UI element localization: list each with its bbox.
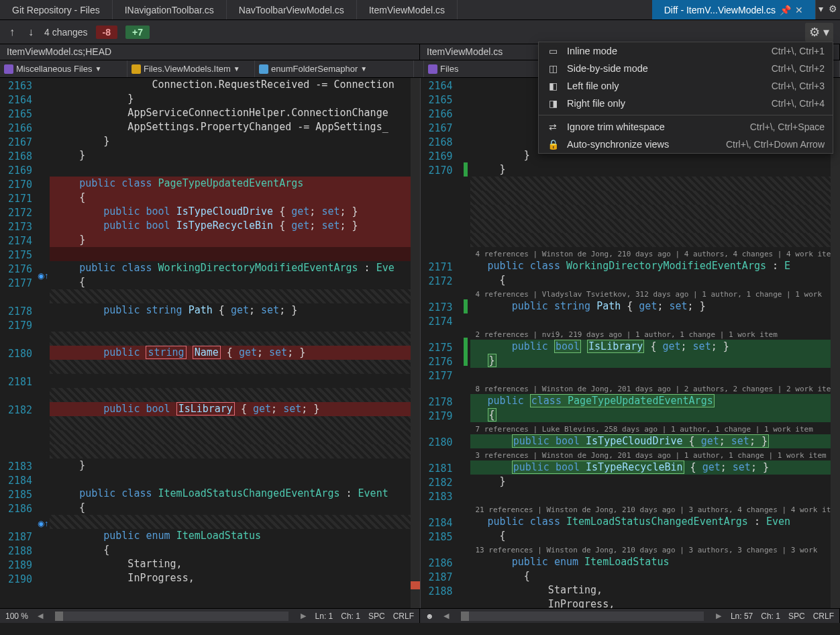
left-margin: ◉↑ ◉↑ <box>38 78 50 608</box>
deletions-badge: -8 <box>96 26 117 39</box>
menu-label: Ignore trim whitespace <box>567 121 742 132</box>
h-scrollbar[interactable] <box>55 612 288 621</box>
menu-shortcut: Ctrl+\, Ctrl+Space <box>750 121 825 132</box>
tab-git-repo[interactable]: Git Repository - Files <box>0 0 113 19</box>
scroll-left-icon[interactable]: ◀ <box>442 612 450 620</box>
tab-diff-label: Diff - ItemV...ViewModel.cs <box>664 5 776 15</box>
codelens[interactable]: 3 references | Winston de Jong, 201 days… <box>470 448 841 460</box>
csharp-icon <box>4 64 13 74</box>
tab-inavtoolbar[interactable]: INavigationToolbar.cs <box>113 0 227 19</box>
editor-tabs: Git Repository - Files INavigationToolba… <box>0 0 840 20</box>
right-minimap[interactable] <box>831 78 840 608</box>
left-pane-header: ItemViewModel.cs;HEAD <box>0 44 420 60</box>
menu-inline-mode[interactable]: ▭ Inline mode Ctrl+\, Ctrl+1 <box>539 42 833 60</box>
change-marker <box>464 299 468 313</box>
dd-label: enumFolderSemaphor <box>271 64 358 74</box>
tab-itemvm[interactable]: ItemViewModel.cs <box>357 0 458 19</box>
line-indicator[interactable]: Ln: 57 <box>731 612 753 621</box>
dd-label: Files <box>440 64 458 74</box>
dd-left-project[interactable]: Miscellaneous Files▼ <box>0 60 127 77</box>
diff-summary-bar: ↑ ↓ 4 changes -8 +7 ⚙ ▾ <box>0 20 840 44</box>
menu-label: Left file only <box>567 81 764 91</box>
sync-arrow-icon[interactable]: ◉↑ <box>38 271 48 281</box>
codelens[interactable]: 7 references | Luke Blevins, 258 days ag… <box>470 422 841 434</box>
close-icon[interactable]: ✕ <box>795 5 803 15</box>
csharp-icon <box>428 64 437 74</box>
scroll-right-icon[interactable]: ▶ <box>715 612 723 620</box>
codelens[interactable]: 13 references | Winston de Jong, 210 day… <box>470 543 841 555</box>
dd-label: Files.ViewModels.Item <box>144 64 231 74</box>
right-margin <box>458 78 470 608</box>
diff-view-menu: ▭ Inline mode Ctrl+\, Ctrl+1 ◫ Side-by-s… <box>538 42 833 154</box>
char-indicator[interactable]: Ch: 1 <box>341 612 360 621</box>
menu-rightonly[interactable]: ◨ Right file only Ctrl+\, Ctrl+4 <box>539 95 833 112</box>
left-gutter: 2163216421652166216721682169217021712172… <box>0 78 38 608</box>
menu-label: Right file only <box>567 98 764 109</box>
right-code[interactable]: } } 4 references | Winston de Jong, 210 … <box>470 78 841 608</box>
scroll-left-icon[interactable]: ◀ <box>36 612 44 620</box>
whitespace-icon: ⇄ <box>547 121 559 132</box>
pin-icon[interactable]: 📌 <box>780 5 791 15</box>
additions-badge: +7 <box>125 26 150 39</box>
line-indicator[interactable]: Ln: 1 <box>315 612 333 621</box>
codelens[interactable]: 4 references | Vladyslav Tsvietkov, 312 … <box>470 287 841 299</box>
menu-separator <box>539 115 833 115</box>
menu-leftonly[interactable]: ◧ Left file only Ctrl+\, Ctrl+3 <box>539 77 833 95</box>
indent-indicator[interactable]: SPC <box>368 612 385 621</box>
field-icon <box>259 64 268 74</box>
menu-label: Auto-synchronize views <box>567 139 718 150</box>
tab-diff-itemvm[interactable]: Diff - ItemV...ViewModel.cs 📌 ✕ <box>652 0 816 19</box>
left-pane-icon: ◧ <box>547 81 559 91</box>
chevron-down-icon: ▼ <box>233 65 240 72</box>
eol-indicator[interactable]: CRLF <box>393 612 414 621</box>
codelens[interactable]: 2 references | nvi9, 219 days ago | 1 au… <box>470 328 841 340</box>
menu-ignore-whitespace[interactable]: ⇄ Ignore trim whitespace Ctrl+\, Ctrl+Sp… <box>539 118 833 136</box>
indent-indicator[interactable]: SPC <box>788 612 805 621</box>
right-pane-icon: ◨ <box>547 98 559 109</box>
status-right: ☻ ◀ ▶ Ln: 57 Ch: 1 SPC CRLF <box>420 609 840 623</box>
codelens[interactable]: 8 references | Winston de Jong, 201 days… <box>470 382 841 394</box>
char-indicator[interactable]: Ch: 1 <box>761 612 780 621</box>
tab-navtoolbarvm[interactable]: NavToolbarViewModel.cs <box>227 0 357 19</box>
codelens[interactable]: 21 references | Winston de Jong, 210 day… <box>470 503 841 515</box>
prev-diff-button[interactable]: ↑ <box>7 25 17 40</box>
right-gutter: 2164216521662167216821692170 21712172 21… <box>421 78 458 608</box>
tab-gear-icon[interactable]: ⚙ <box>826 0 840 19</box>
h-scrollbar[interactable] <box>461 612 704 621</box>
settings-button[interactable]: ⚙ ▾ <box>805 23 833 42</box>
left-code[interactable]: Connection.RequestReceived -= Connection… <box>50 78 420 608</box>
chevron-down-icon: ▼ <box>95 65 101 72</box>
changes-count: 4 changes <box>44 27 88 38</box>
eol-indicator[interactable]: CRLF <box>813 612 834 621</box>
status-bar: 100 % ◀ ▶ Ln: 1 Ch: 1 SPC CRLF ☻ ◀ ▶ Ln:… <box>0 608 840 623</box>
change-marker <box>464 338 468 366</box>
split-nav[interactable] <box>414 60 424 77</box>
menu-shortcut: Ctrl+\, Ctrl+Down Arrow <box>726 139 825 150</box>
menu-label: Side-by-side mode <box>567 63 764 74</box>
dd-left-class[interactable]: Files.ViewModels.Item▼ <box>127 60 255 77</box>
menu-sidebyside-mode[interactable]: ◫ Side-by-side mode Ctrl+\, Ctrl+2 <box>539 60 833 77</box>
next-diff-button[interactable]: ↓ <box>25 25 36 40</box>
feedback-icon[interactable]: ☻ <box>425 612 434 621</box>
dd-label: Miscellaneous Files <box>16 64 92 74</box>
status-left: 100 % ◀ ▶ Ln: 1 Ch: 1 SPC CRLF <box>0 609 420 623</box>
diff-panes: 2163216421652166216721682169217021712172… <box>0 78 840 608</box>
codelens[interactable]: 4 references | Winston de Jong, 210 days… <box>470 247 841 259</box>
chevron-down-icon: ▼ <box>360 65 367 72</box>
sync-arrow-icon[interactable]: ◉↑ <box>38 519 48 528</box>
tab-overflow[interactable]: ▾ <box>816 0 826 19</box>
left-pane: 2163216421652166216721682169217021712172… <box>0 78 421 608</box>
menu-autosync[interactable]: 🔒 Auto-synchronize views Ctrl+\, Ctrl+Do… <box>539 136 833 153</box>
menu-shortcut: Ctrl+\, Ctrl+3 <box>772 81 825 91</box>
menu-label: Inline mode <box>567 46 764 56</box>
left-minimap[interactable] <box>411 78 420 608</box>
right-pane: 2164216521662167216821692170 21712172 21… <box>421 78 841 608</box>
zoom-level[interactable]: 100 % <box>5 612 28 621</box>
menu-shortcut: Ctrl+\, Ctrl+4 <box>772 98 825 109</box>
scroll-right-icon[interactable]: ▶ <box>299 612 307 620</box>
change-marker <box>464 162 468 177</box>
menu-shortcut: Ctrl+\, Ctrl+1 <box>772 46 825 56</box>
class-icon <box>132 64 141 74</box>
dd-left-member[interactable]: enumFolderSemaphor▼ <box>255 60 414 77</box>
lock-icon: 🔒 <box>547 139 559 150</box>
